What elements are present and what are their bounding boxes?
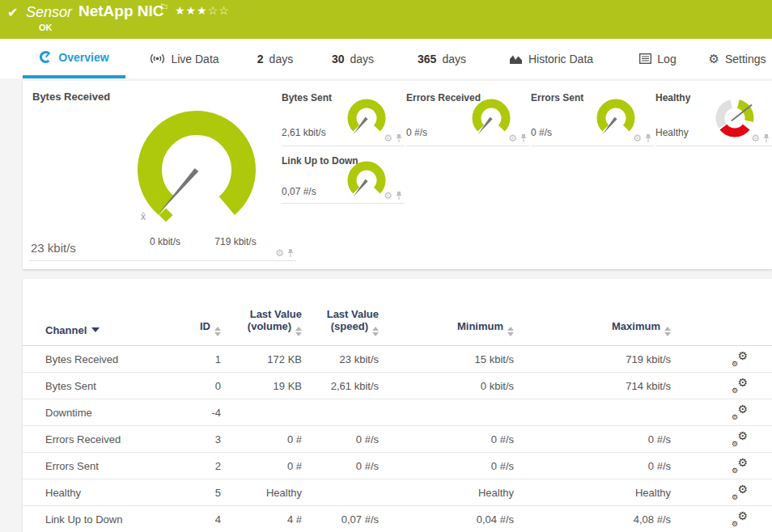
- bytes-sent-gauge: [344, 95, 389, 141]
- channel-settings-icon[interactable]: ⚙⚙: [732, 484, 748, 499]
- channel-id: 5: [176, 479, 221, 506]
- channel-id: 0: [176, 373, 221, 399]
- gauge-settings-icon[interactable]: ⚙: [751, 134, 760, 142]
- channel-maximum: [514, 399, 671, 426]
- gauge-settings-icon[interactable]: ⚙: [633, 134, 642, 142]
- tab-30-days[interactable]: 30 days: [317, 39, 388, 78]
- channel-minimum: [379, 399, 514, 426]
- channel-id: 3: [176, 426, 221, 453]
- channel-settings-icon[interactable]: ⚙⚙: [732, 404, 748, 419]
- channel-maximum: 4,08 #/s: [514, 506, 671, 532]
- sort-desc-icon[interactable]: [91, 327, 100, 332]
- errors-received-gauge: [469, 95, 514, 141]
- channel-name: Errors Sent: [23, 453, 176, 479]
- table-row: Errors Received 3 0 # 0 #/s 0 #/s 0 #/s …: [23, 426, 772, 453]
- gauge-current-value: 0,07 #/s: [282, 186, 316, 197]
- tab-overview[interactable]: Overview: [23, 39, 125, 78]
- channel-last-value-volume: 4 #: [221, 506, 302, 532]
- col-header-id[interactable]: ID: [176, 279, 221, 346]
- channel-last-value-volume: 0 #: [221, 426, 302, 453]
- sort-icon[interactable]: [664, 327, 671, 336]
- flag-icon[interactable]: ⚐: [159, 2, 169, 14]
- link-up-to-down-gauge: [344, 158, 389, 203]
- gauge-settings-icon[interactable]: ⚙: [384, 134, 392, 142]
- tab-overview-label: Overview: [58, 51, 108, 64]
- col-header-last-value-speed[interactable]: Last Value (speed): [302, 279, 379, 346]
- channel-id: 2: [176, 453, 221, 479]
- channel-last-value-volume: 172 KB: [221, 346, 302, 373]
- channel-last-value-speed: 0 #/s: [302, 453, 379, 479]
- live-signal-icon: [150, 53, 165, 65]
- status-badge: OK: [39, 23, 53, 32]
- gauge-errors-sent: Errors Sent 0 #/s ⚙: [531, 81, 654, 146]
- priority-stars[interactable]: ★★★☆☆: [175, 4, 230, 17]
- channel-settings-icon[interactable]: ⚙⚙: [732, 431, 748, 445]
- channel-settings-icon[interactable]: ⚙⚙: [732, 511, 748, 526]
- table-row: Downtime -4 ⚙⚙: [23, 399, 772, 426]
- log-list-icon: [639, 53, 651, 64]
- channel-settings-icon[interactable]: ⚙⚙: [732, 351, 748, 365]
- pin-icon[interactable]: [520, 133, 528, 143]
- col-header-speed-label: (speed): [331, 320, 368, 332]
- col-header-id-label: ID: [200, 320, 210, 332]
- gauge-settings-icon[interactable]: ⚙: [275, 249, 284, 257]
- gauge-settings-icon[interactable]: ⚙: [384, 192, 392, 200]
- tab-30-days-number: 30: [332, 53, 345, 65]
- col-header-minimum[interactable]: Minimum: [379, 279, 514, 346]
- channel-maximum: 0 #/s: [514, 426, 671, 453]
- pin-icon[interactable]: [762, 133, 770, 143]
- gauge-bytes-received: Bytes Received x̄ 0 kbit/s 719 kbit/s 23…: [29, 81, 296, 261]
- channel-last-value-volume: Healthy: [221, 479, 302, 506]
- channel-maximum: 719 kbit/s: [514, 346, 671, 373]
- gauge-current-value: 0 #/s: [406, 127, 427, 138]
- table-row: Bytes Sent 0 19 KB 2,61 kbit/s 0 kbit/s …: [23, 373, 772, 399]
- channel-minimum: 0,04 #/s: [379, 506, 514, 532]
- tab-log[interactable]: Log: [631, 39, 685, 78]
- gauge-max-label: 719 kbit/s: [203, 236, 268, 247]
- col-header-last-value-volume[interactable]: Last Value (volume): [221, 279, 302, 346]
- col-header-maximum[interactable]: Maximum: [514, 279, 671, 346]
- pin-icon[interactable]: [395, 191, 403, 201]
- pin-icon[interactable]: [395, 133, 403, 143]
- gauge-healthy: Healthy Healthy ⚙: [655, 81, 772, 146]
- tab-settings-label: Settings: [725, 53, 766, 65]
- sort-icon[interactable]: [372, 327, 379, 336]
- tab-live-data[interactable]: Live Data: [136, 39, 233, 78]
- gauge-settings-icon[interactable]: ⚙: [508, 134, 517, 142]
- channel-minimum: 0 kbit/s: [379, 373, 514, 399]
- channel-last-value-volume: 0 #: [221, 453, 302, 479]
- errors-sent-gauge: [593, 95, 638, 141]
- tab-365-days[interactable]: 365 days: [403, 39, 481, 78]
- col-header-maximum-label: Maximum: [612, 320, 660, 332]
- pin-icon[interactable]: [644, 133, 652, 143]
- tab-2-days-label: days: [269, 53, 294, 65]
- tab-historic-data[interactable]: Historic Data: [498, 39, 604, 78]
- gauge-current-value: 23 kbit/s: [31, 241, 76, 255]
- sort-icon[interactable]: [507, 327, 514, 336]
- gear-icon: ⚙: [708, 52, 719, 66]
- pin-icon[interactable]: [286, 248, 295, 258]
- bytes-received-gauge: x̄: [120, 102, 274, 231]
- tab-log-label: Log: [657, 53, 676, 65]
- col-header-channel[interactable]: Channel: [23, 279, 176, 346]
- channel-last-value-volume: [221, 399, 302, 426]
- channel-settings-icon[interactable]: ⚙⚙: [732, 378, 748, 392]
- channel-last-value-speed: 2,61 kbit/s: [302, 373, 379, 399]
- gauge-title: Healthy: [655, 92, 690, 103]
- channel-name: Healthy: [23, 479, 176, 506]
- tab-2-days[interactable]: 2 days: [243, 39, 308, 78]
- channel-table-panel: Channel ID Last Value (volume) Last Valu…: [23, 279, 772, 532]
- table-header-row: Channel ID Last Value (volume) Last Valu…: [23, 279, 772, 346]
- channel-settings-icon[interactable]: ⚙⚙: [732, 458, 748, 472]
- sort-icon[interactable]: [214, 327, 221, 336]
- tab-30-days-label: days: [350, 53, 375, 65]
- tab-settings[interactable]: ⚙ Settings: [702, 39, 772, 78]
- channel-name: Link Up to Down: [23, 506, 176, 532]
- channel-id: -4: [176, 399, 221, 426]
- tab-2-days-number: 2: [257, 53, 264, 65]
- channel-last-value-speed: [302, 399, 379, 426]
- gauges-panel: Bytes Received x̄ 0 kbit/s 719 kbit/s 23…: [23, 81, 772, 269]
- sort-icon[interactable]: [295, 327, 302, 336]
- table-row: Healthy 5 Healthy Healthy Healthy ⚙⚙: [23, 479, 772, 506]
- col-header-volume-label: (volume): [248, 320, 291, 332]
